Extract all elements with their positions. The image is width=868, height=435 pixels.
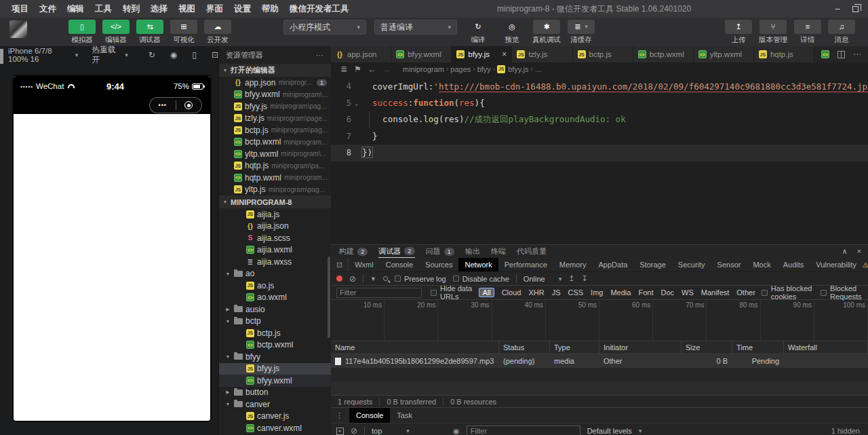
code-line[interactable]: 7 }: [331, 128, 868, 145]
warning-badge[interactable]: ⚠ 2: [863, 261, 868, 269]
forward-icon[interactable]: →: [383, 64, 391, 74]
open-editor-item[interactable]: <>bfyy.wxmlminiprogram\...: [219, 89, 331, 101]
disable-cache-checkbox[interactable]: Disable cache: [453, 275, 509, 283]
network-timeline[interactable]: 10 ms20 ms30 ms40 ms50 ms60 ms70 ms80 ms…: [331, 300, 868, 341]
tree-item[interactable]: ▼canver: [219, 398, 331, 411]
type-filter-Cloud[interactable]: Cloud: [502, 288, 521, 297]
rotate-icon[interactable]: ↻: [149, 50, 155, 60]
breadcrumb-item[interactable]: pages: [450, 65, 471, 73]
miniprogram-page[interactable]: [14, 114, 210, 421]
panel-resize-handle[interactable]: [0, 49, 3, 64]
device-select[interactable]: iPhone 6/7/8 100% 16: [8, 47, 68, 63]
collapse-panel-icon[interactable]: ∧: [842, 247, 848, 256]
open-editor-item[interactable]: JShqtp.jsminiprogram\pa...: [219, 160, 331, 172]
more-actions-icon[interactable]: ⋯: [316, 51, 324, 60]
devtools-tab-Console[interactable]: Console: [380, 258, 419, 271]
tree-item[interactable]: ▼bctp: [219, 316, 331, 328]
project-section[interactable]: ▾ MINIPROGRAM-8: [219, 195, 331, 208]
code-line[interactable]: 4 coverImgUrl:'http:///bmob-cdn-16488.b0…: [331, 78, 868, 95]
kebab-menu-icon[interactable]: ⋮: [331, 411, 348, 420]
more-tabs-icon[interactable]: ⋯: [853, 50, 861, 59]
panel-tab-输出[interactable]: 输出: [465, 245, 480, 258]
code-line[interactable]: 6 console.log(res)//成功返回playBackgroundAu…: [331, 111, 868, 128]
code-editor[interactable]: 4 coverImgUrl:'http:///bmob-cdn-16488.b0…: [331, 75, 868, 244]
menu-item[interactable]: 视图: [174, 3, 200, 15]
blocked-requests-checkbox[interactable]: Blocked Requests: [821, 284, 868, 301]
column-header-Initiator[interactable]: Initiator: [599, 341, 682, 354]
open-editor-item[interactable]: <>yltp.wxmlminiprogram\...: [219, 148, 331, 160]
record-icon[interactable]: [336, 276, 342, 282]
tree-item[interactable]: ≣aijia.wxss: [219, 256, 331, 268]
breadcrumb-item[interactable]: ...: [535, 65, 541, 73]
type-filter-JS[interactable]: JS: [552, 288, 561, 297]
drawer-tab-Console[interactable]: Console: [349, 408, 390, 423]
tree-item[interactable]: JSao.js: [219, 280, 331, 292]
breadcrumb-item[interactable]: bfyy: [477, 65, 491, 73]
execution-context-select[interactable]: top ▾: [372, 427, 446, 435]
column-header-Type[interactable]: Type: [550, 341, 599, 354]
search-icon[interactable]: [383, 276, 388, 281]
type-filter-Media[interactable]: Media: [610, 288, 631, 297]
import-har-icon[interactable]: ↥: [568, 274, 574, 283]
network-filter-input[interactable]: [336, 288, 422, 298]
devtools-tab-Network[interactable]: Network: [458, 258, 498, 271]
multi-window-icon[interactable]: ⊡: [212, 50, 218, 60]
menu-item[interactable]: 工具: [90, 3, 117, 15]
close-icon[interactable]: ×: [502, 50, 507, 59]
avatar[interactable]: [9, 20, 27, 38]
home-button[interactable]: [176, 101, 202, 109]
devtools-tab-Memory[interactable]: Memory: [553, 258, 593, 271]
menu-item[interactable]: 设置: [229, 3, 256, 15]
devtools-tab-Sources[interactable]: Sources: [419, 258, 458, 271]
action-button[interactable]: ≣▾清缓存: [568, 20, 595, 45]
more-button[interactable]: •••: [150, 102, 176, 109]
tree-item[interactable]: ▼bfyy: [219, 351, 331, 363]
network-request-row[interactable]: 117e4a1b405195b18061299e2de89597.mp3(pen…: [331, 354, 868, 368]
toolbar-button-bell[interactable]: ♫消息: [828, 20, 855, 45]
open-editor-item[interactable]: {}app.jsonminiprogr...1: [219, 77, 331, 89]
toolbar-button-swap[interactable]: ⇆调试器: [136, 20, 163, 45]
console-sidebar-icon[interactable]: ▸: [336, 428, 344, 435]
editor-tab-yltp.wxml[interactable]: <>yltp.wxml: [694, 46, 754, 62]
devtools-tab-Mock[interactable]: Mock: [747, 258, 776, 271]
minimize-button[interactable]: −: [835, 3, 840, 14]
tree-item[interactable]: JSbctp.js: [219, 327, 331, 339]
inspect-icon[interactable]: ⊡: [331, 258, 349, 271]
type-filter-Doc[interactable]: Doc: [660, 288, 674, 297]
editor-tab-bctp.wxml[interactable]: <>bctp.wxml: [633, 46, 694, 62]
menu-item[interactable]: 转到: [118, 3, 144, 15]
panel-tab-问题[interactable]: 问题1: [426, 245, 454, 258]
throttling-select[interactable]: Online ▾: [524, 275, 561, 283]
devtools-tab-AppData[interactable]: AppData: [593, 258, 634, 271]
tree-item[interactable]: <>bctp.wxml: [219, 339, 331, 352]
column-header-Name[interactable]: Name: [331, 341, 499, 354]
fold-icon[interactable]: ⌄: [351, 100, 362, 107]
code-line[interactable]: 8}): [331, 145, 868, 162]
editor-tab-app.json[interactable]: {}app.json: [331, 46, 391, 62]
open-editor-item[interactable]: <>bctp.wxmlminiprogram...: [219, 136, 331, 149]
type-filter-Font[interactable]: Font: [638, 288, 653, 297]
editor-tab-bfyy.js[interactable]: JSbfyy.js×: [452, 46, 512, 62]
record-icon[interactable]: ◉: [170, 50, 177, 60]
devtools-tab-Security[interactable]: Security: [672, 258, 711, 271]
tree-item[interactable]: Saijia.scss: [219, 232, 331, 244]
menu-item[interactable]: 界面: [201, 3, 228, 15]
preserve-log-checkbox[interactable]: Preserve log: [395, 275, 446, 283]
type-filter-All[interactable]: All: [479, 288, 494, 297]
console-filter-input[interactable]: [467, 425, 580, 435]
tree-item[interactable]: ▼ao: [219, 268, 331, 280]
editor-tab-tzly.js[interactable]: JStzly.js: [512, 46, 572, 62]
tree-item[interactable]: JSaijia.js: [219, 208, 331, 221]
panel-tab-调试器[interactable]: 调试器2: [378, 245, 414, 258]
type-filter-CSS[interactable]: CSS: [568, 288, 583, 297]
menu-item[interactable]: 文件: [35, 3, 61, 15]
toolbar-button-code[interactable]: </>编辑器: [102, 20, 130, 45]
devtools-tab-Audits[interactable]: Audits: [777, 258, 810, 271]
back-icon[interactable]: ←: [368, 64, 376, 74]
devtools-tab-Wxml[interactable]: Wxml: [349, 258, 380, 271]
editor-tab-hqtp.js[interactable]: JShqtp.js: [754, 46, 814, 62]
toolbar-button-list[interactable]: ≡详情: [794, 20, 821, 45]
tree-item[interactable]: {}aijia.json: [219, 221, 331, 233]
export-har-icon[interactable]: ↧: [581, 274, 587, 283]
drawer-tab-Task[interactable]: Task: [390, 408, 419, 423]
